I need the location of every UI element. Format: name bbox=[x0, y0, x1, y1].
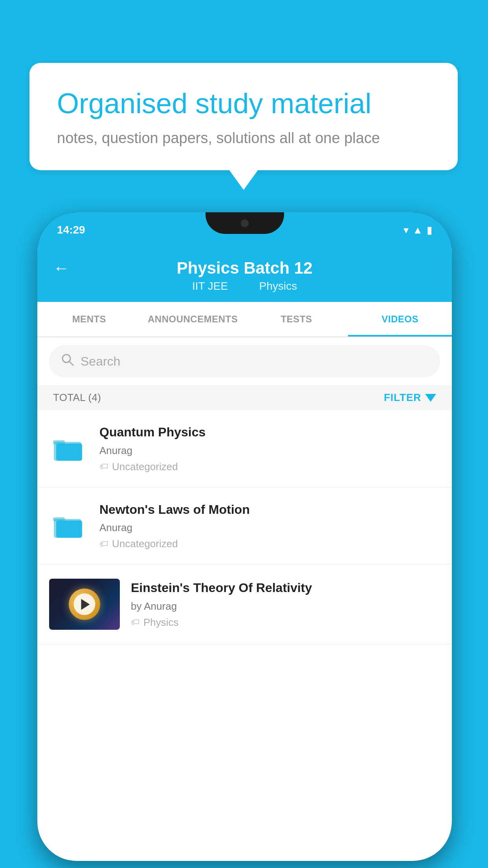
list-item[interactable]: Einstein's Theory Of Relativity by Anura… bbox=[37, 565, 452, 644]
filter-button[interactable]: FILTER bbox=[384, 392, 436, 404]
tag-icon: 🏷 bbox=[131, 617, 139, 627]
tab-ments[interactable]: MENTS bbox=[37, 302, 141, 337]
folder-icon bbox=[53, 512, 84, 539]
search-icon bbox=[61, 353, 74, 370]
svg-rect-7 bbox=[56, 520, 82, 538]
app-header: ← Physics Batch 12 IIT JEE Physics bbox=[37, 248, 452, 302]
tag-label: Uncategorized bbox=[112, 461, 178, 473]
tab-announcements[interactable]: ANNOUNCEMENTS bbox=[141, 302, 245, 337]
video-tag: 🏷 Physics bbox=[131, 616, 440, 629]
phone-frame: 14:29 ▾ ▲ ▮ ← Physics Batch 12 IIT JEE P… bbox=[37, 212, 452, 861]
video-info: Quantum Physics Anurag 🏷 Uncategorized bbox=[99, 424, 440, 473]
folder-icon bbox=[53, 435, 84, 462]
video-tag: 🏷 Uncategorized bbox=[99, 461, 440, 473]
subtitle-sep bbox=[242, 280, 248, 292]
video-author: Anurag bbox=[99, 522, 440, 534]
filter-label: FILTER bbox=[384, 392, 421, 404]
video-title: Newton's Laws of Motion bbox=[99, 502, 440, 518]
video-author: Anurag bbox=[99, 445, 440, 457]
tag-label: Physics bbox=[143, 616, 179, 629]
signal-icon: ▲ bbox=[413, 224, 423, 236]
folder-icon-wrap bbox=[49, 512, 88, 539]
phone-screen: ← Physics Batch 12 IIT JEE Physics MENTS… bbox=[37, 248, 452, 861]
video-author: by Anurag bbox=[131, 600, 440, 612]
speech-bubble: Organised study material notes, question… bbox=[29, 63, 458, 170]
filter-icon bbox=[425, 394, 436, 402]
list-item[interactable]: Newton's Laws of Motion Anurag 🏷 Uncateg… bbox=[37, 487, 452, 565]
svg-rect-4 bbox=[56, 443, 82, 461]
folder-icon-wrap bbox=[49, 435, 88, 462]
tab-videos[interactable]: VIDEOS bbox=[348, 302, 452, 337]
search-placeholder: Search bbox=[81, 354, 120, 369]
notch bbox=[205, 212, 284, 234]
speech-bubble-subtitle: notes, question papers, solutions all at… bbox=[57, 130, 430, 147]
video-thumbnail bbox=[49, 579, 120, 630]
back-button[interactable]: ← bbox=[53, 259, 70, 278]
video-title: Einstein's Theory Of Relativity bbox=[131, 580, 440, 596]
status-time: 14:29 bbox=[57, 224, 85, 236]
video-info: Newton's Laws of Motion Anurag 🏷 Uncateg… bbox=[99, 502, 440, 550]
tabs-bar: MENTS ANNOUNCEMENTS TESTS VIDEOS bbox=[37, 302, 452, 337]
speech-bubble-title: Organised study material bbox=[57, 86, 430, 120]
subtitle-iit: IIT JEE bbox=[192, 280, 228, 292]
video-info: Einstein's Theory Of Relativity by Anura… bbox=[131, 580, 440, 629]
tag-icon: 🏷 bbox=[99, 462, 108, 472]
filter-row: TOTAL (4) FILTER bbox=[37, 385, 452, 410]
video-tag: 🏷 Uncategorized bbox=[99, 538, 440, 550]
tab-tests[interactable]: TESTS bbox=[245, 302, 349, 337]
total-count: TOTAL (4) bbox=[53, 392, 101, 404]
video-title: Quantum Physics bbox=[99, 424, 440, 441]
app-subtitle: IIT JEE Physics bbox=[187, 280, 303, 292]
list-item[interactable]: Quantum Physics Anurag 🏷 Uncategorized bbox=[37, 410, 452, 487]
battery-icon: ▮ bbox=[427, 224, 432, 236]
tag-label: Uncategorized bbox=[112, 538, 178, 550]
subtitle-physics: Physics bbox=[259, 280, 297, 292]
video-list: Quantum Physics Anurag 🏷 Uncategorized bbox=[37, 410, 452, 644]
app-title: Physics Batch 12 bbox=[177, 259, 313, 278]
wifi-icon: ▾ bbox=[404, 224, 409, 236]
svg-line-1 bbox=[69, 361, 73, 365]
search-bar[interactable]: Search bbox=[49, 345, 440, 377]
play-button[interactable] bbox=[74, 594, 95, 615]
tag-icon: 🏷 bbox=[99, 539, 108, 549]
camera-dot bbox=[241, 219, 249, 227]
status-bar: 14:29 ▾ ▲ ▮ bbox=[37, 212, 452, 248]
status-icons: ▾ ▲ ▮ bbox=[404, 224, 432, 236]
play-icon bbox=[81, 599, 90, 610]
